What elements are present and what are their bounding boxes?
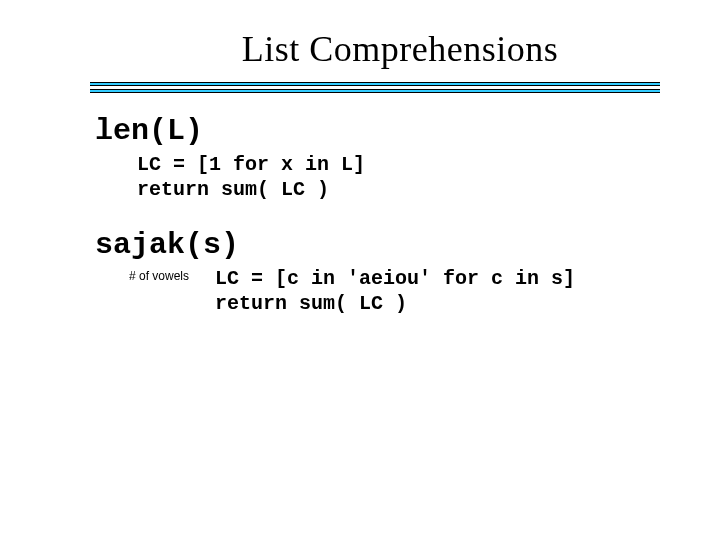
- code-line: return sum( LC ): [215, 291, 575, 316]
- content-area: len(L) LC = [1 for x in L] return sum( L…: [0, 96, 720, 316]
- vowels-note: # of vowels: [95, 266, 215, 283]
- function-sajak-section: sajak(s) # of vowels LC = [c in 'aeiou' …: [95, 228, 660, 316]
- slide-title: List Comprehensions: [0, 0, 720, 70]
- code-line: LC = [c in 'aeiou' for c in s]: [215, 266, 575, 291]
- code-line: return sum( LC ): [137, 177, 660, 202]
- function-sajak-row: # of vowels LC = [c in 'aeiou' for c in …: [95, 266, 660, 316]
- title-divider: [90, 82, 660, 93]
- function-len-body: LC = [1 for x in L] return sum( LC ): [95, 152, 660, 202]
- function-len-name: len(L): [95, 114, 660, 148]
- code-line: LC = [1 for x in L]: [137, 152, 660, 177]
- divider-line-1: [90, 82, 660, 86]
- divider-line-2: [90, 89, 660, 93]
- function-sajak-name: sajak(s): [95, 228, 660, 262]
- function-sajak-body: LC = [c in 'aeiou' for c in s] return su…: [215, 266, 575, 316]
- function-len-section: len(L) LC = [1 for x in L] return sum( L…: [95, 114, 660, 202]
